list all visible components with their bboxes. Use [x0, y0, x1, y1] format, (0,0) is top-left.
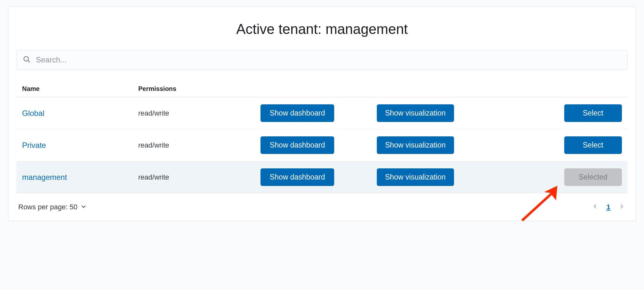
tenants-table: Name Permissions Global read/write Show …: [16, 81, 628, 193]
select-button[interactable]: Select: [564, 136, 622, 154]
rows-per-page-selector[interactable]: Rows per page: 50: [18, 203, 87, 211]
previous-page-button[interactable]: [591, 202, 599, 212]
tenant-name-link[interactable]: management: [22, 173, 67, 181]
chevron-down-icon: [81, 203, 87, 211]
page-title: Active tenant: management: [16, 21, 628, 37]
table-row: Global read/write Show dashboard Show vi…: [16, 97, 628, 129]
tenant-permissions: read/write: [133, 161, 255, 193]
show-visualization-button[interactable]: Show visualization: [377, 168, 454, 186]
svg-line-1: [28, 60, 30, 62]
table-footer: Rows per page: 50 1: [16, 193, 628, 213]
chevron-right-icon: [619, 204, 624, 210]
show-visualization-button[interactable]: Show visualization: [377, 104, 454, 122]
column-header-permissions[interactable]: Permissions: [133, 81, 255, 97]
show-dashboard-button[interactable]: Show dashboard: [260, 168, 334, 186]
tenant-permissions: read/write: [133, 129, 255, 161]
select-button[interactable]: Select: [564, 104, 622, 122]
search-field[interactable]: [16, 50, 628, 70]
selected-button: Selected: [564, 168, 622, 186]
next-page-button[interactable]: [617, 202, 626, 212]
svg-point-0: [24, 56, 28, 61]
current-page-number[interactable]: 1: [607, 203, 610, 211]
tenant-panel: Active tenant: management Name Permissio…: [8, 6, 636, 221]
tenant-name-link[interactable]: Global: [22, 109, 44, 117]
column-header-name[interactable]: Name: [16, 81, 133, 97]
show-dashboard-button[interactable]: Show dashboard: [260, 104, 334, 122]
show-dashboard-button[interactable]: Show dashboard: [260, 136, 334, 154]
table-row: management read/write Show dashboard Sho…: [16, 161, 628, 193]
table-header-row: Name Permissions: [16, 81, 628, 97]
tenant-name-link[interactable]: Private: [22, 141, 46, 149]
show-visualization-button[interactable]: Show visualization: [377, 136, 454, 154]
table-row: Private read/write Show dashboard Show v…: [16, 129, 628, 161]
search-icon: [23, 56, 36, 64]
pagination: 1: [591, 202, 626, 212]
rows-per-page-label: Rows per page: 50: [18, 203, 78, 211]
chevron-left-icon: [592, 204, 598, 210]
search-input[interactable]: [36, 55, 621, 64]
tenant-permissions: read/write: [133, 97, 255, 129]
